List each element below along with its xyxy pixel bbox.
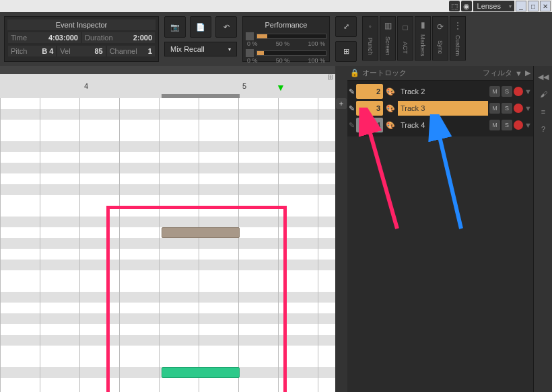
track-row[interactable]: ✎ 2 🎨 Track 2 M S ▼	[349, 83, 532, 100]
track-inspector-panel: 🔒 オートロック フィルタ ▼ ▶ ✎ 2 🎨 Track 2 M S ▼ ✎ …	[347, 66, 533, 392]
track-number[interactable]: 4	[356, 118, 383, 132]
track-name[interactable]: Track 2	[398, 84, 488, 99]
lens-icon[interactable]: ◉	[461, 1, 472, 11]
snap-grid-icon[interactable]: ⊞	[324, 71, 335, 82]
close-button[interactable]: ✕	[540, 1, 551, 11]
brush-icon[interactable]: 🖌	[537, 87, 550, 101]
track-number[interactable]: 3	[356, 101, 383, 116]
disk-meter	[256, 50, 326, 56]
custom-tool[interactable]: ⋮Custom	[450, 16, 466, 61]
screen-tool[interactable]: ▥Screen	[380, 16, 396, 61]
sync-tool[interactable]: ⟳Sync	[432, 16, 448, 61]
mute-button[interactable]: M	[489, 120, 500, 130]
track-filter-icon[interactable]: ▼	[524, 121, 532, 129]
help-icon[interactable]: ?	[537, 122, 550, 136]
tool-b-button[interactable]: ⊞	[335, 41, 357, 62]
main-toolbar: Event Inspector Time 4:03:000 Duration 2…	[0, 12, 552, 66]
title-bar: ⬚ ◉ Lenses _ □ ✕	[0, 0, 552, 12]
collapse-icon[interactable]: ◀◀	[537, 70, 550, 83]
pencil-icon[interactable]: ✎	[349, 104, 355, 113]
solo-button[interactable]: S	[502, 103, 512, 114]
event-inspector: Event Inspector Time 4:03:000 Duration 2…	[4, 16, 159, 62]
mix-recall-dropdown[interactable]: Mix Recall	[164, 42, 237, 56]
performance-panel: Performance 0 % 50 % 100 % 0 % 50 % 100 …	[242, 16, 330, 62]
palette-icon[interactable]: 🎨	[384, 85, 396, 97]
disk-icon	[246, 49, 254, 57]
track-row[interactable]: ✎ 3 🎨 Track 3 M S ▼	[349, 100, 532, 116]
track-row[interactable]: ✎ 4 🎨 Track 4 M S ▼	[349, 117, 532, 133]
mute-button[interactable]: M	[489, 103, 500, 114]
palette-icon[interactable]: 🎨	[384, 119, 396, 131]
document-button[interactable]: 📄	[190, 16, 211, 38]
performance-title: Performance	[246, 19, 326, 30]
playhead-icon[interactable]: ▼	[276, 82, 285, 93]
solo-button[interactable]: S	[502, 86, 512, 97]
markers-tool[interactable]: ▮Markers	[415, 16, 431, 61]
note-grid[interactable]	[0, 98, 335, 392]
pitch-field[interactable]: Pitch B 4	[8, 46, 56, 56]
lenses-dropdown[interactable]: Lenses	[473, 1, 514, 11]
record-arm-button[interactable]	[514, 87, 523, 96]
track-name[interactable]: Track 4	[398, 118, 488, 132]
right-tool-rack: ◦Punch ▥Screen □ACT ▮Markers ⟳Sync ⋮Cust…	[362, 16, 466, 62]
record-arm-button[interactable]	[514, 104, 523, 113]
track-filter-icon[interactable]: ▼	[524, 104, 532, 112]
palette-icon[interactable]: 🎨	[384, 102, 396, 114]
cpu-icon	[246, 32, 254, 40]
piano-roll-view[interactable]: 4 5 ▼ ⊞	[0, 66, 335, 392]
channel-field[interactable]: Channel 1	[107, 46, 155, 56]
filter-funnel-icon[interactable]: ▼	[515, 69, 522, 77]
restore-button[interactable]: □	[528, 1, 539, 11]
ruler-mark-4: 4	[84, 82, 88, 90]
pencil-icon[interactable]: ✎	[349, 87, 355, 96]
track-panel-header: 🔒 オートロック フィルタ ▼ ▶	[347, 66, 533, 81]
lock-icon[interactable]: 🔒	[350, 69, 359, 77]
solo-button[interactable]: S	[502, 120, 512, 130]
track-number[interactable]: 2	[356, 84, 383, 99]
undo-button[interactable]: ↶	[215, 16, 237, 38]
highlight-annotation	[106, 206, 287, 392]
tool-a-button[interactable]: ⤢	[335, 16, 357, 37]
right-sidebar: ◀◀ 🖌 ≡ ?	[533, 66, 552, 392]
autolock-label: オートロック	[362, 68, 407, 78]
add-track-button[interactable]: +	[336, 98, 347, 109]
list-icon[interactable]: ≡	[537, 105, 550, 118]
mute-button[interactable]: M	[489, 86, 500, 97]
content-area: 4 5 ▼ ⊞	[0, 66, 552, 392]
minimize-button[interactable]: _	[516, 1, 526, 11]
camera-button[interactable]: 📷	[164, 16, 186, 38]
frame-icon[interactable]: ⬚	[449, 1, 460, 11]
record-arm-button[interactable]	[514, 120, 523, 130]
velocity-field[interactable]: Vel 85	[57, 46, 105, 56]
filter-label: フィルタ	[483, 68, 512, 78]
pencil-icon[interactable]: ✎	[349, 121, 355, 130]
act-tool[interactable]: □ACT	[397, 16, 413, 61]
time-field[interactable]: Time 4:03:000	[8, 32, 81, 43]
track-name[interactable]: Track 3	[398, 101, 488, 116]
duration-field[interactable]: Duration 2:000	[82, 32, 155, 43]
track-list: ✎ 2 🎨 Track 2 M S ▼ ✎ 3 🎨 Track 3 M S ▼	[347, 81, 533, 136]
inspector-title: Event Inspector	[7, 19, 156, 30]
chevron-right-icon[interactable]: ▶	[525, 69, 530, 77]
ruler-mark-5: 5	[242, 82, 246, 90]
punch-tool[interactable]: ◦Punch	[362, 16, 378, 61]
cpu-meter	[256, 34, 326, 39]
track-filter-icon[interactable]: ▼	[524, 87, 532, 95]
time-ruler[interactable]: 4 5 ▼	[0, 66, 335, 98]
